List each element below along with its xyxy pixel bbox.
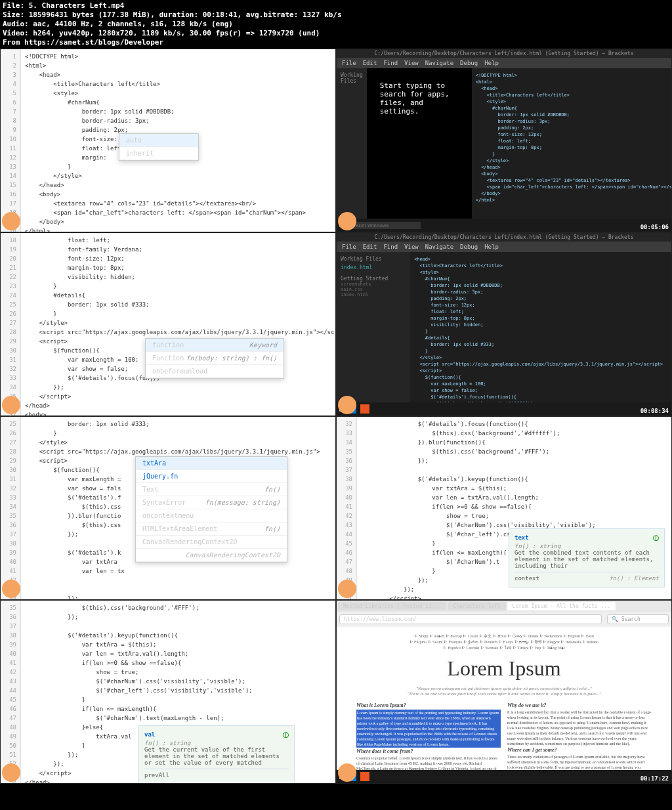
doc-tooltip: valⓘ fn() : string Get the current value… [138,725,295,784]
search-box[interactable]: 🔍 Search [607,614,669,624]
browser-tabs[interactable]: Hosted Libraries | Hosted Li... Characte… [337,601,671,612]
tip-title: text [514,534,529,543]
subtitle-2: "There is no one who loves pain itself, … [356,691,652,696]
line-gutter: 3536373839404142434445464748495051525354… [1,601,21,784]
tab-3-active[interactable]: Lorem Ipsum - All the facts ... [507,602,616,610]
avatar [338,212,356,230]
avatar [338,763,356,782]
opt-txtara[interactable]: txtAra [142,459,166,467]
working-files-label: Working Files [341,72,363,84]
avatar [2,212,20,230]
page-title: Lorem Ipsum [356,656,652,681]
frame-7: 3536373839404142434445464748495051525354… [0,600,336,784]
tip-title: val [144,731,155,740]
timestamp: 00:07:02 [304,408,333,414]
opt-htmltextarea[interactable]: HTMLTextAreaElement [142,525,217,532]
frame-8: Hosted Libraries | Hosted Li... Characte… [336,600,672,784]
file-info-header: File: 5. Characters Left.mp4 Size: 18599… [0,0,672,49]
url-bar[interactable]: https://www.lipsum.com/ [339,614,602,624]
col3-heading: Where does it come from? [356,749,501,754]
page-content: 🏳 Shqip 🏳 Azərb 🏳 Българ 🏳 Català 🏳 中文 🏳… [337,627,671,783]
avatar [2,396,20,414]
sidebar[interactable]: Working Files [337,68,367,232]
taskbar[interactable]: ⊞ [337,219,671,232]
avatar [338,396,356,414]
thumbnail-grid: 1234567891011121314151617181920 <!DOCTYP… [0,49,672,784]
line-gutter: 1234567891011121314151617181920 [1,49,21,232]
taskbar[interactable]: ⊞ [337,770,671,783]
doc-tooltip: textⓘ fn() : string Get the combined tex… [509,528,665,587]
timestamp: 00:17:22 [640,775,669,782]
col1-heading: What is Lorem Ipsum? [356,703,501,708]
col3-text: Contrary to popular belief, Lorem Ipsum … [356,756,501,771]
code-area[interactable]: float: left; font-family: Verdana; font-… [21,233,335,416]
option-inherit[interactable]: inherit [119,147,198,160]
language-flags[interactable]: 🏳 Shqip 🏳 Azərb 🏳 Българ 🏳 Català 🏳 中文 🏳… [356,633,652,651]
timestamp: 00:05:06 [640,224,669,230]
frame-4: C:/Users/Recording/Desktop/Characters Le… [336,232,672,416]
timestamp: 00:01:18 [304,224,333,230]
col1-text-selected: Lorem Ipsum is simply dummy text of the … [356,710,501,748]
col2-heading: Why do we use it? [507,703,652,708]
window-title: C:/Users/Recording/Desktop/Characters Le… [337,233,671,242]
avatar [2,763,20,782]
line-gutter: 1819202122232425262728293031323334353637… [1,233,21,416]
timestamp: 00:13:18 [640,591,669,598]
info-icon: ⓘ [653,534,659,543]
frame-5: 2526272829303132333435363738394041424344… [0,416,336,600]
frame-1: 1234567891011121314151617181920 <!DOCTYP… [0,49,336,232]
col4-heading: Where can I get some? [507,748,652,753]
autocomplete-popup[interactable]: functionKeyword Functionfn(body: string)… [145,338,284,379]
timestamp: 00:14:46 [304,775,333,782]
info-icon: ⓘ [283,731,289,740]
line-gutter: 3233343536373839404142434445464748495051… [337,417,357,600]
code-area[interactable]: <head> <title>Characters left</title> <s… [410,252,671,416]
timestamp: 00:08:34 [640,408,669,414]
timestamp: 00:10:22 [304,591,333,598]
opt-jqueryfn[interactable]: jQuery.fn [142,473,178,480]
opt-syntaxerror[interactable]: SyntaxError [142,499,186,506]
opt-canvas2d[interactable]: CanvasRenderingContext2D [142,538,238,545]
opt-function-kw[interactable]: function [152,341,184,349]
frame-2: C:/Users/Recording/Desktop/Characters Le… [336,49,672,232]
taskbar[interactable]: ⊞ [337,402,671,416]
window-title: C:/Users/Recording/Desktop/Characters Le… [337,49,671,58]
tab-1[interactable]: Hosted Libraries | Hosted Li... [338,602,446,610]
opt-function-fn[interactable]: Function [152,354,184,362]
sidebar[interactable]: Working Files index.html Getting Started… [337,252,410,416]
line-gutter: 2526272829303132333435363738394041424344… [1,417,21,600]
avatar [338,580,356,598]
opt-oncontextmenu[interactable]: oncontextmenu [142,512,194,519]
search-hint: Start typing to search for apps, files, … [380,81,459,116]
frame-3: 1819202122232425262728293031323334353637… [0,232,336,416]
opt-onbeforeunload[interactable]: onbeforeunload [152,368,207,375]
subtitle-1: "Neque porro quisquam est qui dolorem ip… [356,686,652,691]
code-minimap: <!DOCTYPE html> <html> <head> <title>Cha… [472,68,672,232]
menubar[interactable]: FileEditFindViewNavigateDebugHelp [337,58,671,68]
option-auto[interactable]: auto [119,134,198,147]
avatar [2,580,20,598]
col4-text: There are many variations of passages of… [507,754,652,770]
windows-search[interactable]: Start typing to search for apps, files, … [367,68,472,232]
frame-6: 3233343536373839404142434445464748495051… [336,416,672,600]
autocomplete-popup[interactable]: auto inherit [119,133,199,161]
autocomplete-popup[interactable]: txtAra jQuery.fn Textfn() SyntaxErrorfn(… [135,456,287,563]
search-input[interactable] [346,222,421,229]
opt-text[interactable]: Text [142,486,158,493]
tab-2[interactable]: Characters left [448,602,505,610]
col2-text: It is a long established fact that a rea… [507,710,652,746]
menubar[interactable]: FileEditFindViewNavigateDebugHelp [337,242,671,252]
